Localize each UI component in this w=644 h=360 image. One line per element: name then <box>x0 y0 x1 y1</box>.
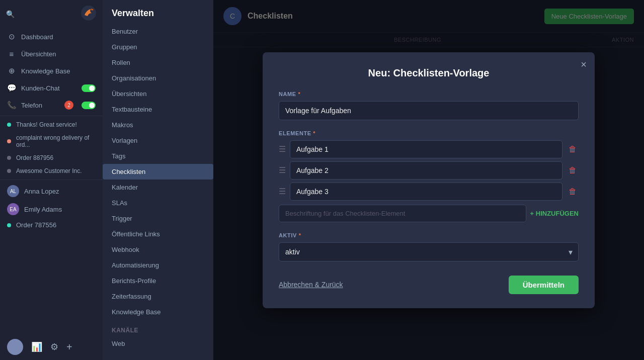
manage-item-knowledge-base[interactable]: Knowledge Base <box>103 304 213 320</box>
status-dot-green-3 <box>7 223 11 227</box>
manage-item-slas[interactable]: SLAs <box>103 195 213 211</box>
aktiv-select[interactable]: aktiv inaktiv <box>279 242 579 261</box>
user-avatar[interactable] <box>7 339 23 355</box>
delete-element-2[interactable]: 🗑 <box>567 164 579 177</box>
elements-section: ELEMENTE * ☰ 🗑 ☰ 🗑 ☰ <box>279 130 579 222</box>
manage-item-makros[interactable]: Makros <box>103 117 213 133</box>
add-element-input[interactable] <box>279 205 526 222</box>
manage-panel: Verwalten Benutzer Gruppen Rollen Organi… <box>103 0 213 360</box>
manage-item-gruppen[interactable]: Gruppen <box>103 39 213 55</box>
manage-item-textbausteine[interactable]: Textbausteine <box>103 102 213 117</box>
conv-1-label: Thanks! Great service! <box>16 121 77 128</box>
delete-element-3[interactable]: 🗑 <box>567 185 579 198</box>
nav-telefon-label: Telefon <box>21 102 42 109</box>
knowledge-base-icon: ⊕ <box>7 66 16 75</box>
name-input[interactable] <box>279 101 579 120</box>
contact-1-avatar: AL <box>7 185 19 197</box>
manage-item-automatisierung[interactable]: Automatisierung <box>103 257 213 273</box>
add-element-btn[interactable]: + HINZUFÜGEN <box>530 210 579 217</box>
element-row-2: ☰ 🗑 <box>279 161 579 179</box>
name-label: NAME * <box>279 91 579 97</box>
status-dot-green <box>7 123 11 127</box>
elements-label: ELEMENTE * <box>279 130 579 136</box>
search-icon[interactable]: 🔍 <box>6 10 15 18</box>
conv-4-label: Awesome Customer Inc. <box>16 167 82 174</box>
name-required: * <box>298 91 300 97</box>
contact-2-label: Emily Adams <box>24 206 62 213</box>
contact-3[interactable]: Order 787556 <box>0 218 103 232</box>
logo <box>80 5 97 23</box>
chat-icon: 💬 <box>7 83 16 93</box>
modal-close-btn[interactable]: × <box>581 59 587 69</box>
element-input-3[interactable] <box>290 183 562 201</box>
drag-handle-3[interactable]: ☰ <box>279 187 286 196</box>
modal-title: Neu: Checklisten-Vorlage <box>279 67 579 79</box>
manage-item-offentliche-links[interactable]: Öffentliche Links <box>103 226 213 242</box>
aktiv-required: * <box>299 232 301 238</box>
contact-2[interactable]: EA Emily Adams <box>0 200 103 218</box>
delete-element-1[interactable]: 🗑 <box>567 143 579 156</box>
add-icon[interactable]: + <box>66 341 72 353</box>
element-row-1: ☰ 🗑 <box>279 140 579 158</box>
dashboard-icon: ⊙ <box>7 32 16 41</box>
contact-1[interactable]: AL Anna Lopez <box>0 182 103 200</box>
nav-dashboard-label: Dashboard <box>21 33 53 41</box>
contact-3-label: Order 787556 <box>16 221 56 229</box>
manage-item-kalender[interactable]: Kalender <box>103 179 213 195</box>
status-dot-gray-1 <box>7 156 11 160</box>
manage-item-webhook[interactable]: Webhook <box>103 242 213 257</box>
nav-telefon[interactable]: 📞 Telefon 2 <box>0 97 103 114</box>
contact-1-label: Anna Lopez <box>24 188 59 195</box>
nav-ubersichten[interactable]: ≡ Übersichten <box>0 45 103 62</box>
drag-handle-2[interactable]: ☰ <box>279 165 286 175</box>
element-row-3: ☰ 🗑 <box>279 183 579 201</box>
manage-item-checklisten[interactable]: Checklisten <box>103 164 213 179</box>
modal-overlay: × Neu: Checklisten-Vorlage NAME * ELEMEN… <box>213 0 644 360</box>
submit-btn[interactable]: Übermitteln <box>509 276 579 294</box>
manage-item-organisationen[interactable]: Organisationen <box>103 70 213 86</box>
settings-icon[interactable]: ⚙ <box>50 341 58 352</box>
contact-2-avatar: EA <box>7 203 19 215</box>
stats-icon[interactable]: 📊 <box>31 341 42 352</box>
nav-knowledge-base[interactable]: ⊕ Knowledge Base <box>0 62 103 79</box>
cancel-btn[interactable]: Abbrechen & Zurück <box>279 281 343 289</box>
manage-item-web[interactable]: Web <box>103 336 213 351</box>
name-section: NAME * <box>279 91 579 120</box>
manage-item-tags[interactable]: Tags <box>103 148 213 164</box>
conv-1[interactable]: Thanks! Great service! <box>0 118 103 131</box>
status-dot-orange <box>7 139 11 143</box>
element-input-1[interactable] <box>290 140 562 158</box>
manage-item-zeiterfassung[interactable]: Zeiterfassung <box>103 289 213 304</box>
aktiv-label: AKTIV * <box>279 232 579 238</box>
kunden-chat-toggle[interactable] <box>82 84 96 92</box>
aktiv-section: AKTIV * aktiv inaktiv <box>279 232 579 261</box>
manage-item-rollen[interactable]: Rollen <box>103 55 213 70</box>
nav-dashboard[interactable]: ⊙ Dashboard <box>0 28 103 45</box>
conv-2[interactable]: complaint wrong delivery of ord... <box>0 131 103 151</box>
telefon-icon: 📞 <box>7 101 16 110</box>
conv-3[interactable]: Order 887956 <box>0 151 103 164</box>
element-input-2[interactable] <box>290 161 562 179</box>
main-content: C Checklisten Neue Checklisten-Vorlage B… <box>213 0 644 360</box>
drag-handle-1[interactable]: ☰ <box>279 144 286 154</box>
add-element-row: + HINZUFÜGEN <box>279 205 579 222</box>
conv-4[interactable]: Awesome Customer Inc. <box>0 164 103 177</box>
telefon-toggle[interactable] <box>82 102 96 109</box>
status-dot-gray-2 <box>7 169 11 173</box>
elements-required: * <box>313 130 315 136</box>
manage-item-berichts-profile[interactable]: Berichts-Profile <box>103 273 213 289</box>
nav-ubersichten-label: Übersichten <box>21 50 56 58</box>
manage-item-ubersichten[interactable]: Übersichten <box>103 86 213 102</box>
conv-2-label: complaint wrong delivery of ord... <box>16 134 96 148</box>
section-kanaele: Kanäle <box>103 320 213 336</box>
sidebar: 🔍 ⊙ Dashboard ≡ Übersichten ⊕ Knowledge … <box>0 0 103 360</box>
aktiv-select-wrap: aktiv inaktiv <box>279 242 579 261</box>
telefon-badge: 2 <box>64 101 73 110</box>
manage-item-vorlagen[interactable]: Vorlagen <box>103 133 213 148</box>
nav-kunden-chat[interactable]: 💬 Kunden-Chat <box>0 79 103 97</box>
manage-item-trigger[interactable]: Trigger <box>103 211 213 226</box>
modal: × Neu: Checklisten-Vorlage NAME * ELEMEN… <box>263 52 595 308</box>
conv-3-label: Order 887956 <box>16 154 53 161</box>
manage-item-benutzer[interactable]: Benutzer <box>103 24 213 39</box>
elements-list: ☰ 🗑 ☰ 🗑 ☰ 🗑 <box>279 140 579 201</box>
